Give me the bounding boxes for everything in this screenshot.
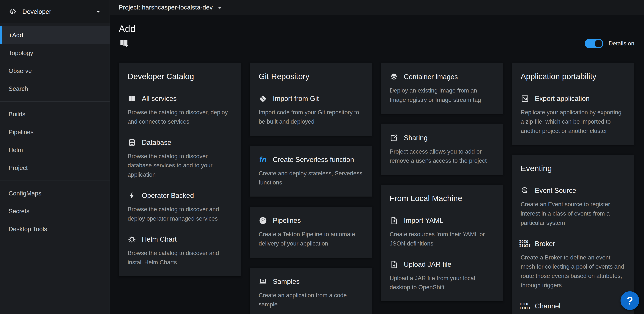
fn-icon: fn <box>259 155 267 164</box>
add-cards-grid: Developer CatalogAll servicesBrowse the … <box>119 63 635 314</box>
database-icon <box>128 138 136 147</box>
project-selector-label: Project: harshcasper-localsta-dev <box>119 4 213 11</box>
tile-link-create-serverless-function[interactable]: fnCreate Serverless function <box>259 155 363 164</box>
sidebar-item-project[interactable]: Project <box>0 159 110 177</box>
sidebar-item-observe[interactable]: Observe <box>0 62 110 80</box>
tile-link-sharing[interactable]: Sharing <box>390 134 494 142</box>
tile-description: Create resources from their YAML or JSON… <box>390 230 494 248</box>
sidebar-item-helm[interactable]: Helm <box>0 141 110 159</box>
tile-link-operator-backed[interactable]: Operator Backed <box>128 191 232 200</box>
card-column-1: Developer CatalogAll servicesBrowse the … <box>119 63 241 276</box>
app-root: Developer +AddTopologyObserveSearchBuild… <box>0 0 644 314</box>
tile-helm-chart: Helm ChartBrowse the catalog to discover… <box>128 235 232 267</box>
tile-description: Replicate your application by exporting … <box>521 108 625 135</box>
tile-link-all-services[interactable]: All services <box>128 94 232 103</box>
tile-label: Sharing <box>404 134 428 142</box>
details-toggle-switch[interactable] <box>585 39 604 48</box>
sidebar-item-desktop-tools[interactable]: Desktop Tools <box>0 220 110 238</box>
tile-description: Browse the catalog to discover, deploy a… <box>128 108 232 126</box>
tile-import-from-git: Import from GitImport code from your Git… <box>259 94 363 126</box>
tile-label: Helm Chart <box>142 236 177 243</box>
main-area: Project: harshcasper-localsta-dev Add De… <box>110 0 644 314</box>
tile-description: Browse the catalog to discover and deplo… <box>128 205 232 223</box>
sidebar-divider <box>0 101 110 102</box>
card-pipelines: PipelinesCreate a Tekton Pipeline to aut… <box>250 207 372 258</box>
tile-upload-jar-file: Upload JAR fileUpload a JAR file from yo… <box>390 260 494 292</box>
tile-link-channel[interactable]: IOIOIIOIIChannel <box>521 302 625 311</box>
book-plus-icon <box>119 38 129 48</box>
tile-label: Samples <box>273 278 300 286</box>
question-icon: ? <box>626 295 633 307</box>
card-application-portability: Application portabilityExport applicatio… <box>512 63 634 145</box>
card-column-4: Application portabilityExport applicatio… <box>512 63 634 314</box>
git-icon <box>259 94 267 103</box>
bolt-icon <box>128 191 136 200</box>
sidebar-item-secrets[interactable]: Secrets <box>0 202 110 220</box>
page-title: Add <box>119 23 635 34</box>
sidebar-item-configmaps[interactable]: ConfigMaps <box>0 184 110 202</box>
tile-link-import-from-git[interactable]: Import from Git <box>259 94 363 103</box>
tile-link-upload-jar-file[interactable]: Upload JAR file <box>390 260 494 269</box>
sidebar-item-builds[interactable]: Builds <box>0 105 110 123</box>
tile-create-serverless-function: fnCreate Serverless functionCreate and d… <box>259 155 363 187</box>
card-title: Developer Catalog <box>128 72 232 81</box>
binary-icon: IOIOIIOII <box>521 240 529 248</box>
share-icon <box>390 134 398 142</box>
card-developer-catalog: Developer CatalogAll servicesBrowse the … <box>119 63 241 276</box>
book-icon <box>128 94 136 103</box>
sidebar-item-search[interactable]: Search <box>0 80 110 98</box>
tile-link-pipelines[interactable]: Pipelines <box>259 216 363 225</box>
tile-operator-backed: Operator BackedBrowse the catalog to dis… <box>128 191 232 223</box>
tile-label: Channel <box>535 302 560 310</box>
tile-label: All services <box>142 95 177 103</box>
tile-description: Import code from your Git repository to … <box>259 108 363 126</box>
tile-label: Operator Backed <box>142 192 194 200</box>
sidebar-item-add[interactable]: +Add <box>0 26 110 44</box>
tile-link-export-application[interactable]: Export application <box>521 94 625 103</box>
helm-icon <box>128 235 136 244</box>
tile-description: Browse the catalog to discover database … <box>128 152 232 179</box>
card-sharing: SharingProject access allows you to add … <box>381 124 503 175</box>
tile-link-samples[interactable]: Samples <box>259 277 363 286</box>
card-title: Eventing <box>521 164 625 173</box>
tile-samples: SamplesCreate an application from a code… <box>259 277 363 309</box>
tile-import-yaml: Import YAMLCreate resources from their Y… <box>390 216 494 248</box>
tile-link-helm-chart[interactable]: Helm Chart <box>128 235 232 244</box>
card-title: Application portability <box>521 72 625 81</box>
perspective-switcher[interactable]: Developer <box>0 0 110 23</box>
add-page: Add Details on Developer CatalogAll serv… <box>110 15 644 314</box>
tile-link-broker[interactable]: IOIOIIOIIBroker <box>521 240 625 248</box>
tile-label: Create Serverless function <box>273 156 354 164</box>
toggle-knob <box>595 40 602 47</box>
tile-link-import-yaml[interactable]: Import YAML <box>390 216 494 225</box>
tile-label: Export application <box>535 95 590 103</box>
tile-description: Create an application from a code sample <box>259 291 363 309</box>
tile-container-images: Container imagesDeploy an existing Image… <box>390 73 494 105</box>
file-code-icon <box>390 216 398 225</box>
tile-link-container-images[interactable]: Container images <box>390 73 494 81</box>
tile-label: Event Source <box>535 187 576 195</box>
tile-label: Broker <box>535 240 555 248</box>
quick-starts-button[interactable] <box>119 38 129 48</box>
tile-link-event-source[interactable]: Event Source <box>521 186 625 195</box>
tile-link-database[interactable]: Database <box>128 138 232 147</box>
project-selector[interactable]: Project: harshcasper-localsta-dev <box>119 4 222 11</box>
tile-database: DatabaseBrowse the catalog to discover d… <box>128 138 232 179</box>
tile-broker: IOIOIIOIIBrokerCreate a Broker to define… <box>521 240 625 290</box>
code-icon <box>8 7 17 16</box>
sidebar-item-pipelines[interactable]: Pipelines <box>0 123 110 141</box>
sidebar-item-topology[interactable]: Topology <box>0 44 110 62</box>
details-toggle: Details on <box>585 39 634 48</box>
tekton-icon <box>259 216 267 225</box>
chevron-down-icon <box>96 9 101 14</box>
layers-icon <box>390 73 398 81</box>
card-eventing: EventingEvent SourceCreate an Event sour… <box>512 155 634 314</box>
card-column-2: Git RepositoryImport from GitImport code… <box>250 63 372 314</box>
tile-description: Project access allows you to add or remo… <box>390 147 494 166</box>
tile-description: Create a Tekton Pipeline to automate del… <box>259 230 363 248</box>
tile-description: Upload a JAR file from your local deskto… <box>390 274 494 292</box>
tile-description: Create a Broker to define an event mesh … <box>521 253 625 290</box>
binary-icon: IOIOIIOII <box>521 302 529 311</box>
help-button[interactable]: ? <box>620 291 639 310</box>
event-source-icon <box>521 186 529 195</box>
